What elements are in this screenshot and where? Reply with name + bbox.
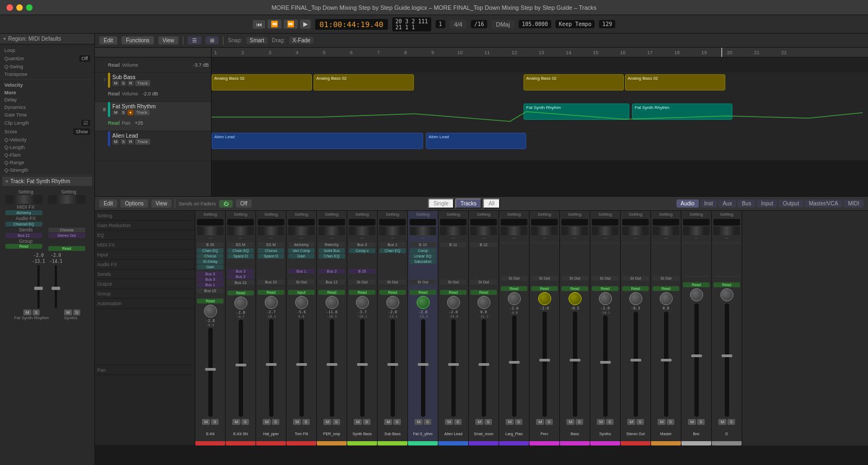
drag-value[interactable]: X-Fade xyxy=(289,37,314,44)
strip-pan-knob-0[interactable] xyxy=(204,305,217,318)
strip-eq-15[interactable] xyxy=(653,227,680,235)
strip-fader-thumb-6[interactable] xyxy=(387,363,398,366)
insp-mute-2[interactable]: M xyxy=(64,309,72,315)
strip-send-item[interactable]: Bus 3 xyxy=(197,272,224,276)
strip-fader-8[interactable] xyxy=(451,319,456,417)
view-button[interactable]: View xyxy=(158,36,179,44)
strip-pan-knob-14[interactable] xyxy=(629,292,642,305)
clip-fatsynth-1[interactable]: Fat Synth Rhythm xyxy=(524,104,629,120)
strip-fader-11[interactable] xyxy=(542,312,547,417)
insp-fader-1-thumb[interactable] xyxy=(34,287,43,290)
track-controls-fatsynth[interactable]: M S ● Track xyxy=(112,109,209,115)
fullscreen-button[interactable] xyxy=(26,4,33,11)
strip-fader-thumb-12[interactable] xyxy=(570,359,580,361)
strip-fx-item[interactable]: Linear EQ xyxy=(410,254,437,259)
strip-mute-12[interactable]: M xyxy=(566,419,575,425)
strip-fader-7[interactable] xyxy=(421,319,425,417)
strip-auto-10[interactable]: Read xyxy=(501,286,528,291)
strip-fader-thumb-11[interactable] xyxy=(539,359,550,361)
strip-eq-5[interactable] xyxy=(349,227,376,235)
strip-mute-4[interactable]: M xyxy=(323,419,331,425)
strip-fx-item[interactable]: Saturation xyxy=(410,259,437,264)
bus-type-btn[interactable]: Bus xyxy=(737,199,755,208)
track-rec-fatsynth[interactable]: ● xyxy=(127,109,133,115)
strip-auto-13[interactable]: Read xyxy=(592,286,619,291)
inst-type-btn[interactable]: Inst xyxy=(700,199,717,208)
strip-mute-1[interactable]: M xyxy=(232,419,240,425)
track-solo-alienlead[interactable]: S xyxy=(120,139,126,145)
strip-fader-3[interactable] xyxy=(299,319,304,417)
strip-solo-6[interactable]: S xyxy=(393,419,400,425)
functions-button[interactable]: Functions xyxy=(122,36,154,44)
transport-bpm-display[interactable]: 129 xyxy=(599,20,615,28)
strip-auto-4[interactable]: Read xyxy=(318,290,346,295)
strip-solo-17[interactable]: S xyxy=(727,419,735,425)
strip-fader-5[interactable] xyxy=(360,319,365,417)
strip-send-item[interactable]: Bus 3 xyxy=(318,269,346,274)
strip-fader-6[interactable] xyxy=(391,319,395,417)
mixer-edit-button[interactable]: Edit xyxy=(99,199,117,208)
strip-send-item[interactable]: Bus 3 xyxy=(227,269,254,274)
strip-fader-17[interactable] xyxy=(725,303,729,417)
strip-eq-16[interactable] xyxy=(683,227,710,235)
strip-solo-12[interactable]: S xyxy=(576,419,583,425)
strip-auto-17[interactable]: Read xyxy=(713,282,741,287)
strip-fx-item[interactable]: Solid Bus xyxy=(318,248,346,253)
insp-fader-2-thumb[interactable] xyxy=(52,287,60,290)
strip-solo-4[interactable]: S xyxy=(333,419,340,425)
strip-fader-thumb-2[interactable] xyxy=(266,363,277,366)
strip-mute-3[interactable]: M xyxy=(293,419,301,425)
insp-solo-1[interactable]: S xyxy=(33,309,40,315)
strip-eq-14[interactable] xyxy=(622,227,649,235)
forward-button[interactable]: ⏩ xyxy=(284,20,298,29)
strip-pan-knob-17[interactable] xyxy=(720,288,733,301)
track-controls-alienlead[interactable]: M S R Track xyxy=(112,139,209,145)
track-solo-subbass[interactable]: S xyxy=(120,80,126,86)
strip-pan-knob-11[interactable] xyxy=(538,292,551,305)
insp-auto[interactable]: Read xyxy=(5,244,42,249)
strip-mute-11[interactable]: M xyxy=(536,419,544,425)
insp-send[interactable]: Bus 12 xyxy=(5,233,42,238)
strip-fx-item[interactable]: Comp x xyxy=(349,248,376,253)
strip-solo-15[interactable]: S xyxy=(667,419,674,425)
mixer-options-button[interactable]: Options xyxy=(120,199,148,208)
mixer-tab-tracks[interactable]: Tracks xyxy=(455,198,482,209)
strip-pan-knob-7[interactable] xyxy=(417,296,430,309)
clip-track-alienlead[interactable]: Alien Lead Alien Lead xyxy=(212,131,868,160)
strip-fader-thumb-0[interactable] xyxy=(205,368,216,371)
strip-solo-14[interactable]: S xyxy=(636,419,643,425)
track-row-fatsynth[interactable]: 8 Fat Synth Rhythm M S ● Track xyxy=(95,102,211,131)
strip-solo-10[interactable]: S xyxy=(515,419,522,425)
strip-eq-6[interactable] xyxy=(379,227,406,235)
strip-fx-item[interactable]: Gain xyxy=(197,264,224,269)
list-view-button[interactable]: ☰ xyxy=(188,36,201,44)
strip-mute-5[interactable]: M xyxy=(354,419,362,425)
output-type-btn[interactable]: Output xyxy=(778,199,803,208)
strip-auto-14[interactable]: Read xyxy=(622,286,649,291)
strip-mute-15[interactable]: M xyxy=(658,419,666,425)
quantize-value[interactable]: Off xyxy=(79,55,90,62)
strip-fader-thumb-15[interactable] xyxy=(661,359,672,361)
strip-fader-thumb-8[interactable] xyxy=(448,363,459,366)
insp-eq-2[interactable] xyxy=(48,195,85,204)
strip-mute-9[interactable]: M xyxy=(475,419,483,425)
strip-eq-8[interactable] xyxy=(440,227,467,235)
strip-auto-12[interactable]: Read xyxy=(561,286,589,291)
strip-fx-item[interactable]: Vari Comp xyxy=(288,248,315,253)
strip-mute-2[interactable]: M xyxy=(263,419,271,425)
strip-solo-3[interactable]: S xyxy=(302,419,309,425)
strip-auto-11[interactable]: Read xyxy=(531,286,558,291)
track-rec-alienlead[interactable]: R xyxy=(127,139,134,145)
strip-solo-2[interactable]: S xyxy=(272,419,279,425)
strip-mute-7[interactable]: M xyxy=(414,419,423,425)
strip-pan-knob-8[interactable] xyxy=(447,296,460,309)
strip-solo-0[interactable]: S xyxy=(211,419,218,425)
strip-eq-13[interactable] xyxy=(592,227,619,235)
track-row-alienlead[interactable]: Alien Lead M S R Track xyxy=(95,131,211,160)
quantize-row[interactable]: Quantize Off xyxy=(2,54,92,63)
strip-fader-13[interactable] xyxy=(603,315,608,417)
strip-pan-knob-6[interactable] xyxy=(386,296,399,309)
strip-eq-10[interactable] xyxy=(501,227,528,235)
cliplength-check[interactable]: ☑ xyxy=(81,120,90,126)
strip-auto-5[interactable]: Read xyxy=(349,290,376,295)
